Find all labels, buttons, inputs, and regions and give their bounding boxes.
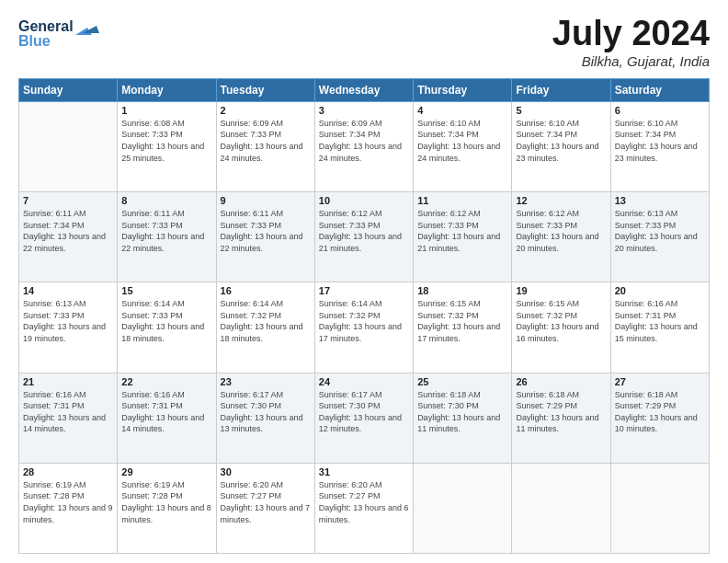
day-number: 24 <box>319 376 409 387</box>
day-info: Sunrise: 6:11 AMSunset: 7:33 PMDaylight:… <box>221 208 311 254</box>
day-info: Sunrise: 6:13 AMSunset: 7:33 PMDaylight:… <box>23 298 113 344</box>
day-info: Sunrise: 6:12 AMSunset: 7:33 PMDaylight:… <box>516 208 606 254</box>
day-number: 23 <box>221 376 311 387</box>
table-row: 13Sunrise: 6:13 AMSunset: 7:33 PMDayligh… <box>610 192 709 282</box>
col-wednesday: Wednesday <box>314 78 413 101</box>
table-row: 27Sunrise: 6:18 AMSunset: 7:29 PMDayligh… <box>610 373 709 463</box>
day-info: Sunrise: 6:19 AMSunset: 7:28 PMDaylight:… <box>23 479 113 525</box>
day-number: 21 <box>23 376 113 387</box>
day-info: Sunrise: 6:16 AMSunset: 7:31 PMDaylight:… <box>615 298 705 344</box>
day-info: Sunrise: 6:18 AMSunset: 7:30 PMDaylight:… <box>417 389 507 435</box>
calendar-week-row: 7Sunrise: 6:11 AMSunset: 7:34 PMDaylight… <box>19 192 710 282</box>
table-row <box>19 101 118 191</box>
day-number: 16 <box>221 285 311 296</box>
day-number: 10 <box>319 195 409 206</box>
table-row: 8Sunrise: 6:11 AMSunset: 7:33 PMDaylight… <box>118 192 216 282</box>
day-number: 17 <box>319 285 409 296</box>
day-info: Sunrise: 6:15 AMSunset: 7:32 PMDaylight:… <box>516 298 606 344</box>
table-row: 10Sunrise: 6:12 AMSunset: 7:33 PMDayligh… <box>314 192 413 282</box>
day-number: 29 <box>121 466 211 477</box>
table-row: 1Sunrise: 6:08 AMSunset: 7:33 PMDaylight… <box>118 101 216 191</box>
table-row: 28Sunrise: 6:19 AMSunset: 7:28 PMDayligh… <box>19 463 118 553</box>
calendar-week-row: 21Sunrise: 6:16 AMSunset: 7:31 PMDayligh… <box>19 373 710 463</box>
day-number: 26 <box>516 376 606 387</box>
day-info: Sunrise: 6:15 AMSunset: 7:32 PMDaylight:… <box>417 298 507 344</box>
calendar-week-row: 1Sunrise: 6:08 AMSunset: 7:33 PMDaylight… <box>19 101 710 191</box>
table-row: 25Sunrise: 6:18 AMSunset: 7:30 PMDayligh… <box>414 373 512 463</box>
day-number: 31 <box>319 466 409 477</box>
day-number: 20 <box>615 285 705 296</box>
day-info: Sunrise: 6:12 AMSunset: 7:33 PMDaylight:… <box>417 208 507 254</box>
day-info: Sunrise: 6:09 AMSunset: 7:33 PMDaylight:… <box>221 118 311 164</box>
logo: General Blue <box>18 15 101 50</box>
day-info: Sunrise: 6:11 AMSunset: 7:33 PMDaylight:… <box>121 208 211 254</box>
col-tuesday: Tuesday <box>216 78 314 101</box>
table-row: 4Sunrise: 6:10 AMSunset: 7:34 PMDaylight… <box>414 101 512 191</box>
day-number: 1 <box>121 105 211 116</box>
table-row: 7Sunrise: 6:11 AMSunset: 7:34 PMDaylight… <box>19 192 118 282</box>
table-row <box>414 463 512 553</box>
day-info: Sunrise: 6:09 AMSunset: 7:34 PMDaylight:… <box>319 118 409 164</box>
day-number: 25 <box>417 376 507 387</box>
table-row: 24Sunrise: 6:17 AMSunset: 7:30 PMDayligh… <box>314 373 413 463</box>
day-info: Sunrise: 6:10 AMSunset: 7:34 PMDaylight:… <box>615 118 705 164</box>
table-row: 16Sunrise: 6:14 AMSunset: 7:32 PMDayligh… <box>216 282 314 373</box>
calendar-week-row: 28Sunrise: 6:19 AMSunset: 7:28 PMDayligh… <box>19 463 710 553</box>
table-row: 22Sunrise: 6:16 AMSunset: 7:31 PMDayligh… <box>118 373 216 463</box>
day-info: Sunrise: 6:20 AMSunset: 7:27 PMDaylight:… <box>221 479 311 525</box>
table-row: 23Sunrise: 6:17 AMSunset: 7:30 PMDayligh… <box>216 373 314 463</box>
table-row: 2Sunrise: 6:09 AMSunset: 7:33 PMDaylight… <box>216 101 314 191</box>
day-info: Sunrise: 6:16 AMSunset: 7:31 PMDaylight:… <box>121 389 211 435</box>
day-info: Sunrise: 6:19 AMSunset: 7:28 PMDaylight:… <box>121 479 211 525</box>
day-number: 2 <box>221 105 311 116</box>
day-number: 13 <box>615 195 705 206</box>
day-info: Sunrise: 6:18 AMSunset: 7:29 PMDaylight:… <box>615 389 705 435</box>
logo-svg: General Blue <box>18 15 101 50</box>
day-info: Sunrise: 6:18 AMSunset: 7:29 PMDaylight:… <box>516 389 606 435</box>
day-number: 14 <box>23 285 113 296</box>
header: General Blue July 2024 Bilkha, Gujarat, … <box>18 15 710 69</box>
col-friday: Friday <box>512 78 610 101</box>
day-info: Sunrise: 6:11 AMSunset: 7:34 PMDaylight:… <box>23 208 113 254</box>
table-row: 14Sunrise: 6:13 AMSunset: 7:33 PMDayligh… <box>19 282 118 373</box>
table-row: 6Sunrise: 6:10 AMSunset: 7:34 PMDaylight… <box>610 101 709 191</box>
day-number: 9 <box>221 195 311 206</box>
day-info: Sunrise: 6:17 AMSunset: 7:30 PMDaylight:… <box>221 389 311 435</box>
day-number: 6 <box>615 105 705 116</box>
day-number: 5 <box>516 105 606 116</box>
day-info: Sunrise: 6:14 AMSunset: 7:32 PMDaylight:… <box>221 298 311 344</box>
day-info: Sunrise: 6:13 AMSunset: 7:33 PMDaylight:… <box>615 208 705 254</box>
title-section: July 2024 Bilkha, Gujarat, India <box>552 15 710 69</box>
day-info: Sunrise: 6:14 AMSunset: 7:32 PMDaylight:… <box>319 298 409 344</box>
day-info: Sunrise: 6:17 AMSunset: 7:30 PMDaylight:… <box>319 389 409 435</box>
day-number: 3 <box>319 105 409 116</box>
day-number: 22 <box>121 376 211 387</box>
day-info: Sunrise: 6:14 AMSunset: 7:33 PMDaylight:… <box>121 298 211 344</box>
day-number: 4 <box>417 105 507 116</box>
calendar-table: Sunday Monday Tuesday Wednesday Thursday… <box>18 78 710 554</box>
month-year-title: July 2024 <box>552 15 710 53</box>
day-info: Sunrise: 6:08 AMSunset: 7:33 PMDaylight:… <box>121 118 211 164</box>
table-row: 26Sunrise: 6:18 AMSunset: 7:29 PMDayligh… <box>512 373 610 463</box>
day-number: 12 <box>516 195 606 206</box>
day-number: 30 <box>221 466 311 477</box>
svg-text:General: General <box>18 18 74 34</box>
day-number: 11 <box>417 195 507 206</box>
day-headers-row: Sunday Monday Tuesday Wednesday Thursday… <box>19 78 710 101</box>
table-row: 30Sunrise: 6:20 AMSunset: 7:27 PMDayligh… <box>216 463 314 553</box>
table-row: 31Sunrise: 6:20 AMSunset: 7:27 PMDayligh… <box>314 463 413 553</box>
day-number: 18 <box>417 285 507 296</box>
col-sunday: Sunday <box>19 78 118 101</box>
table-row: 18Sunrise: 6:15 AMSunset: 7:32 PMDayligh… <box>414 282 512 373</box>
col-saturday: Saturday <box>610 78 709 101</box>
col-monday: Monday <box>118 78 216 101</box>
day-info: Sunrise: 6:12 AMSunset: 7:33 PMDaylight:… <box>319 208 409 254</box>
calendar-page: General Blue July 2024 Bilkha, Gujarat, … <box>0 0 728 563</box>
day-info: Sunrise: 6:10 AMSunset: 7:34 PMDaylight:… <box>417 118 507 164</box>
location-label: Bilkha, Gujarat, India <box>552 53 710 69</box>
col-thursday: Thursday <box>414 78 512 101</box>
day-info: Sunrise: 6:16 AMSunset: 7:31 PMDaylight:… <box>23 389 113 435</box>
table-row: 3Sunrise: 6:09 AMSunset: 7:34 PMDaylight… <box>314 101 413 191</box>
table-row: 17Sunrise: 6:14 AMSunset: 7:32 PMDayligh… <box>314 282 413 373</box>
day-number: 15 <box>121 285 211 296</box>
